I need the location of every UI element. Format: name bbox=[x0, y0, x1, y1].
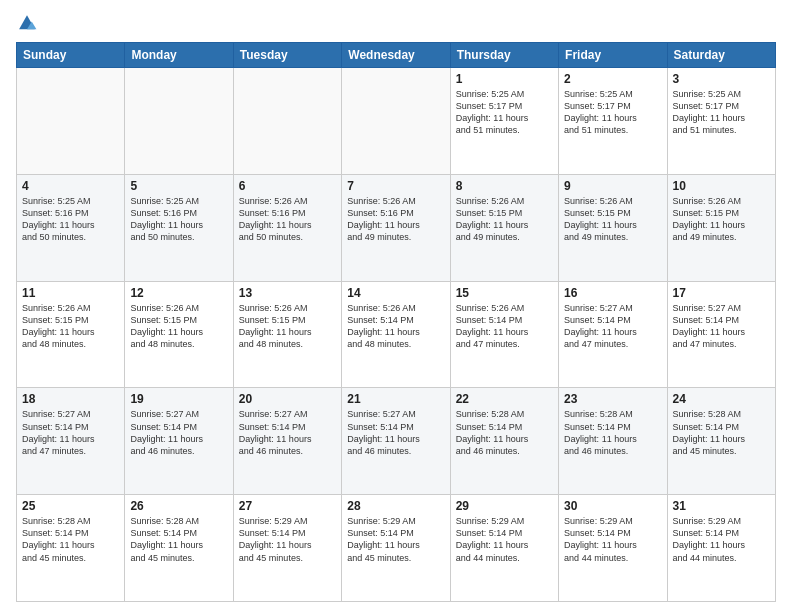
logo-icon bbox=[16, 12, 38, 34]
calendar-cell: 17Sunrise: 5:27 AM Sunset: 5:14 PM Dayli… bbox=[667, 281, 775, 388]
calendar-cell: 19Sunrise: 5:27 AM Sunset: 5:14 PM Dayli… bbox=[125, 388, 233, 495]
day-info: Sunrise: 5:25 AM Sunset: 5:16 PM Dayligh… bbox=[130, 195, 227, 244]
day-number: 27 bbox=[239, 499, 336, 513]
day-info: Sunrise: 5:26 AM Sunset: 5:16 PM Dayligh… bbox=[239, 195, 336, 244]
calendar-cell: 31Sunrise: 5:29 AM Sunset: 5:14 PM Dayli… bbox=[667, 495, 775, 602]
day-info: Sunrise: 5:27 AM Sunset: 5:14 PM Dayligh… bbox=[130, 408, 227, 457]
day-info: Sunrise: 5:26 AM Sunset: 5:15 PM Dayligh… bbox=[456, 195, 553, 244]
header-row: SundayMondayTuesdayWednesdayThursdayFrid… bbox=[17, 43, 776, 68]
day-info: Sunrise: 5:27 AM Sunset: 5:14 PM Dayligh… bbox=[564, 302, 661, 351]
weekday-header: Wednesday bbox=[342, 43, 450, 68]
day-number: 25 bbox=[22, 499, 119, 513]
day-info: Sunrise: 5:27 AM Sunset: 5:14 PM Dayligh… bbox=[239, 408, 336, 457]
day-number: 10 bbox=[673, 179, 770, 193]
calendar-cell: 26Sunrise: 5:28 AM Sunset: 5:14 PM Dayli… bbox=[125, 495, 233, 602]
weekday-header: Sunday bbox=[17, 43, 125, 68]
day-number: 8 bbox=[456, 179, 553, 193]
calendar-cell: 24Sunrise: 5:28 AM Sunset: 5:14 PM Dayli… bbox=[667, 388, 775, 495]
calendar-cell: 29Sunrise: 5:29 AM Sunset: 5:14 PM Dayli… bbox=[450, 495, 558, 602]
day-number: 3 bbox=[673, 72, 770, 86]
calendar-cell: 7Sunrise: 5:26 AM Sunset: 5:16 PM Daylig… bbox=[342, 174, 450, 281]
calendar-cell: 3Sunrise: 5:25 AM Sunset: 5:17 PM Daylig… bbox=[667, 68, 775, 175]
weekday-header: Friday bbox=[559, 43, 667, 68]
day-info: Sunrise: 5:26 AM Sunset: 5:15 PM Dayligh… bbox=[130, 302, 227, 351]
day-number: 4 bbox=[22, 179, 119, 193]
calendar-cell: 6Sunrise: 5:26 AM Sunset: 5:16 PM Daylig… bbox=[233, 174, 341, 281]
day-number: 12 bbox=[130, 286, 227, 300]
day-info: Sunrise: 5:26 AM Sunset: 5:15 PM Dayligh… bbox=[673, 195, 770, 244]
logo bbox=[16, 12, 42, 34]
calendar-cell: 11Sunrise: 5:26 AM Sunset: 5:15 PM Dayli… bbox=[17, 281, 125, 388]
day-number: 16 bbox=[564, 286, 661, 300]
day-number: 21 bbox=[347, 392, 444, 406]
day-number: 30 bbox=[564, 499, 661, 513]
day-number: 6 bbox=[239, 179, 336, 193]
day-number: 31 bbox=[673, 499, 770, 513]
calendar-cell: 2Sunrise: 5:25 AM Sunset: 5:17 PM Daylig… bbox=[559, 68, 667, 175]
day-number: 11 bbox=[22, 286, 119, 300]
calendar-cell: 18Sunrise: 5:27 AM Sunset: 5:14 PM Dayli… bbox=[17, 388, 125, 495]
calendar-week-row: 25Sunrise: 5:28 AM Sunset: 5:14 PM Dayli… bbox=[17, 495, 776, 602]
day-number: 24 bbox=[673, 392, 770, 406]
day-number: 17 bbox=[673, 286, 770, 300]
calendar-week-row: 11Sunrise: 5:26 AM Sunset: 5:15 PM Dayli… bbox=[17, 281, 776, 388]
calendar-cell: 1Sunrise: 5:25 AM Sunset: 5:17 PM Daylig… bbox=[450, 68, 558, 175]
day-info: Sunrise: 5:26 AM Sunset: 5:15 PM Dayligh… bbox=[22, 302, 119, 351]
day-info: Sunrise: 5:25 AM Sunset: 5:17 PM Dayligh… bbox=[564, 88, 661, 137]
day-number: 7 bbox=[347, 179, 444, 193]
weekday-header: Saturday bbox=[667, 43, 775, 68]
day-number: 29 bbox=[456, 499, 553, 513]
day-info: Sunrise: 5:25 AM Sunset: 5:17 PM Dayligh… bbox=[673, 88, 770, 137]
day-number: 15 bbox=[456, 286, 553, 300]
day-number: 18 bbox=[22, 392, 119, 406]
calendar-cell: 12Sunrise: 5:26 AM Sunset: 5:15 PM Dayli… bbox=[125, 281, 233, 388]
calendar-cell: 9Sunrise: 5:26 AM Sunset: 5:15 PM Daylig… bbox=[559, 174, 667, 281]
day-number: 2 bbox=[564, 72, 661, 86]
calendar-cell: 30Sunrise: 5:29 AM Sunset: 5:14 PM Dayli… bbox=[559, 495, 667, 602]
day-info: Sunrise: 5:26 AM Sunset: 5:14 PM Dayligh… bbox=[347, 302, 444, 351]
calendar-cell: 16Sunrise: 5:27 AM Sunset: 5:14 PM Dayli… bbox=[559, 281, 667, 388]
day-info: Sunrise: 5:28 AM Sunset: 5:14 PM Dayligh… bbox=[456, 408, 553, 457]
day-number: 19 bbox=[130, 392, 227, 406]
day-info: Sunrise: 5:28 AM Sunset: 5:14 PM Dayligh… bbox=[130, 515, 227, 564]
day-number: 5 bbox=[130, 179, 227, 193]
weekday-header: Monday bbox=[125, 43, 233, 68]
day-info: Sunrise: 5:26 AM Sunset: 5:15 PM Dayligh… bbox=[564, 195, 661, 244]
calendar-cell: 13Sunrise: 5:26 AM Sunset: 5:15 PM Dayli… bbox=[233, 281, 341, 388]
day-info: Sunrise: 5:28 AM Sunset: 5:14 PM Dayligh… bbox=[22, 515, 119, 564]
day-info: Sunrise: 5:29 AM Sunset: 5:14 PM Dayligh… bbox=[347, 515, 444, 564]
day-info: Sunrise: 5:29 AM Sunset: 5:14 PM Dayligh… bbox=[564, 515, 661, 564]
day-number: 14 bbox=[347, 286, 444, 300]
calendar-cell: 8Sunrise: 5:26 AM Sunset: 5:15 PM Daylig… bbox=[450, 174, 558, 281]
day-info: Sunrise: 5:27 AM Sunset: 5:14 PM Dayligh… bbox=[673, 302, 770, 351]
calendar-cell bbox=[342, 68, 450, 175]
calendar-cell: 10Sunrise: 5:26 AM Sunset: 5:15 PM Dayli… bbox=[667, 174, 775, 281]
day-number: 23 bbox=[564, 392, 661, 406]
calendar-cell: 5Sunrise: 5:25 AM Sunset: 5:16 PM Daylig… bbox=[125, 174, 233, 281]
day-info: Sunrise: 5:28 AM Sunset: 5:14 PM Dayligh… bbox=[673, 408, 770, 457]
calendar-cell bbox=[125, 68, 233, 175]
day-number: 26 bbox=[130, 499, 227, 513]
day-number: 1 bbox=[456, 72, 553, 86]
calendar-cell: 25Sunrise: 5:28 AM Sunset: 5:14 PM Dayli… bbox=[17, 495, 125, 602]
day-info: Sunrise: 5:28 AM Sunset: 5:14 PM Dayligh… bbox=[564, 408, 661, 457]
day-info: Sunrise: 5:26 AM Sunset: 5:15 PM Dayligh… bbox=[239, 302, 336, 351]
calendar-cell: 27Sunrise: 5:29 AM Sunset: 5:14 PM Dayli… bbox=[233, 495, 341, 602]
weekday-header: Thursday bbox=[450, 43, 558, 68]
day-number: 20 bbox=[239, 392, 336, 406]
calendar-cell: 14Sunrise: 5:26 AM Sunset: 5:14 PM Dayli… bbox=[342, 281, 450, 388]
day-number: 9 bbox=[564, 179, 661, 193]
weekday-header: Tuesday bbox=[233, 43, 341, 68]
calendar-cell: 20Sunrise: 5:27 AM Sunset: 5:14 PM Dayli… bbox=[233, 388, 341, 495]
day-info: Sunrise: 5:26 AM Sunset: 5:14 PM Dayligh… bbox=[456, 302, 553, 351]
calendar-cell: 4Sunrise: 5:25 AM Sunset: 5:16 PM Daylig… bbox=[17, 174, 125, 281]
day-number: 13 bbox=[239, 286, 336, 300]
calendar-cell: 23Sunrise: 5:28 AM Sunset: 5:14 PM Dayli… bbox=[559, 388, 667, 495]
day-number: 28 bbox=[347, 499, 444, 513]
day-info: Sunrise: 5:29 AM Sunset: 5:14 PM Dayligh… bbox=[673, 515, 770, 564]
calendar-week-row: 4Sunrise: 5:25 AM Sunset: 5:16 PM Daylig… bbox=[17, 174, 776, 281]
calendar-cell bbox=[17, 68, 125, 175]
day-info: Sunrise: 5:27 AM Sunset: 5:14 PM Dayligh… bbox=[22, 408, 119, 457]
day-info: Sunrise: 5:27 AM Sunset: 5:14 PM Dayligh… bbox=[347, 408, 444, 457]
calendar-cell: 28Sunrise: 5:29 AM Sunset: 5:14 PM Dayli… bbox=[342, 495, 450, 602]
